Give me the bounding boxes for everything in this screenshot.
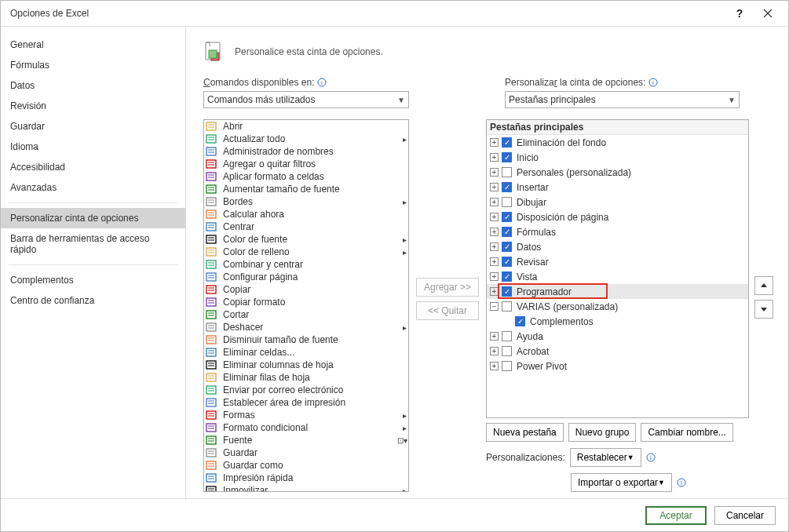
- tree-item[interactable]: + Datos: [487, 239, 748, 254]
- tree-item[interactable]: + Fórmulas: [487, 224, 748, 239]
- checkbox[interactable]: [502, 346, 512, 356]
- tree-item[interactable]: + Inicio: [487, 150, 748, 165]
- checkbox[interactable]: [502, 137, 512, 148]
- commands-from-combo[interactable]: Comandos más utilizados ▼: [203, 91, 409, 108]
- checkbox[interactable]: [502, 257, 512, 267]
- command-item[interactable]: Deshacer ▸: [204, 321, 408, 333]
- command-item[interactable]: Aplicar formato a celdas: [204, 170, 408, 183]
- remove-button[interactable]: << Quitar: [416, 301, 479, 320]
- expander-icon[interactable]: +: [490, 347, 499, 355]
- checkbox[interactable]: [502, 212, 512, 222]
- checkbox[interactable]: [502, 227, 512, 237]
- command-item[interactable]: Abrir: [204, 120, 408, 133]
- expander-icon[interactable]: +: [490, 362, 499, 370]
- expander-icon[interactable]: +: [490, 257, 499, 266]
- command-item[interactable]: Cortar: [204, 308, 408, 321]
- checkbox[interactable]: [502, 301, 512, 312]
- tree-item-child[interactable]: Complementos: [487, 314, 748, 329]
- checkbox[interactable]: [502, 331, 512, 341]
- command-item[interactable]: Impresión rápida: [204, 472, 408, 484]
- expander-icon[interactable]: +: [490, 153, 499, 162]
- command-item[interactable]: Bordes ▸: [204, 195, 408, 208]
- command-item[interactable]: Copiar formato: [204, 296, 408, 308]
- checkbox[interactable]: [502, 167, 512, 177]
- expander-icon[interactable]: +: [490, 272, 499, 281]
- sidebar-item[interactable]: Personalizar cinta de opciones: [1, 208, 185, 228]
- sidebar-item[interactable]: General: [1, 35, 185, 55]
- ribbon-tree[interactable]: Pestañas principales + Eliminación del f…: [486, 119, 749, 418]
- sidebar-item[interactable]: Avanzadas: [1, 177, 185, 198]
- expander-icon[interactable]: +: [490, 138, 499, 147]
- reset-button[interactable]: Restablecer ▼: [570, 448, 641, 467]
- checkbox[interactable]: [502, 182, 512, 192]
- command-item[interactable]: Centrar: [204, 220, 408, 233]
- info-icon[interactable]: i: [677, 478, 686, 487]
- command-item[interactable]: Color de fuente ▸: [204, 233, 408, 246]
- command-item[interactable]: Actualizar todo ▸: [204, 133, 408, 145]
- command-item[interactable]: Aumentar tamaño de fuente: [204, 183, 408, 195]
- command-item[interactable]: Agregar o quitar filtros: [204, 158, 408, 170]
- sidebar-item[interactable]: Centro de confianza: [1, 290, 185, 311]
- command-item[interactable]: Guardar: [204, 446, 408, 459]
- tree-item[interactable]: + Insertar: [487, 180, 748, 195]
- tree-item[interactable]: + Eliminación del fondo: [487, 135, 748, 150]
- expander-icon[interactable]: +: [490, 332, 499, 341]
- sidebar-item[interactable]: Fórmulas: [1, 55, 185, 75]
- tree-item[interactable]: + Disposición de página: [487, 210, 748, 224]
- tree-item[interactable]: + Acrobat: [487, 344, 748, 359]
- command-item[interactable]: Eliminar celdas...: [204, 346, 408, 359]
- help-button[interactable]: ?: [725, 2, 754, 24]
- info-icon[interactable]: i: [646, 453, 656, 462]
- command-item[interactable]: Combinar y centrar: [204, 258, 408, 271]
- command-item[interactable]: Calcular ahora: [204, 208, 408, 220]
- sidebar-item[interactable]: Complementos: [1, 270, 185, 290]
- command-item[interactable]: Eliminar filas de hoja: [204, 371, 408, 384]
- info-icon[interactable]: i: [648, 78, 658, 87]
- sidebar-item[interactable]: Barra de herramientas de acceso rápido: [1, 228, 185, 260]
- command-item[interactable]: Formato condicional ▸: [204, 421, 408, 434]
- checkbox[interactable]: [502, 271, 512, 282]
- sidebar-item[interactable]: Idioma: [1, 137, 185, 157]
- command-item[interactable]: Formas ▸: [204, 409, 408, 421]
- new-group-button[interactable]: Nuevo grupo: [568, 423, 637, 442]
- command-item[interactable]: Administrador de nombres: [204, 145, 408, 158]
- import-export-button[interactable]: Importar o exportar ▼: [571, 473, 672, 492]
- ok-button[interactable]: Aceptar: [645, 506, 707, 525]
- sidebar-item[interactable]: Revisión: [1, 96, 185, 116]
- command-item[interactable]: Enviar por correo electrónico: [204, 384, 408, 396]
- checkbox[interactable]: [502, 361, 512, 371]
- checkbox[interactable]: [515, 316, 525, 326]
- command-item[interactable]: Establecer área de impresión: [204, 396, 408, 409]
- expander-icon[interactable]: +: [490, 228, 499, 236]
- customize-ribbon-combo[interactable]: Pestañas principales ▼: [505, 91, 740, 108]
- tree-item[interactable]: + Power Pivot: [487, 359, 748, 373]
- checkbox[interactable]: [502, 197, 512, 207]
- move-down-button[interactable]: [754, 300, 773, 319]
- sidebar-item[interactable]: Accesibilidad: [1, 157, 185, 177]
- command-item[interactable]: Guardar como: [204, 459, 408, 472]
- info-icon[interactable]: i: [317, 78, 327, 87]
- command-item[interactable]: Copiar: [204, 283, 408, 296]
- expander-icon[interactable]: +: [490, 287, 499, 296]
- new-tab-button[interactable]: Nueva pestaña: [486, 423, 564, 442]
- expander-icon[interactable]: +: [490, 198, 499, 206]
- tree-item[interactable]: + Vista: [487, 269, 748, 284]
- expander-icon[interactable]: +: [490, 168, 499, 177]
- move-up-button[interactable]: [754, 276, 773, 295]
- expander-icon[interactable]: +: [490, 183, 499, 191]
- tree-item[interactable]: − VARIAS (personalizada): [487, 299, 748, 314]
- expander-icon[interactable]: +: [490, 213, 499, 221]
- checkbox[interactable]: [502, 242, 512, 252]
- command-item[interactable]: Color de relleno ▸: [204, 246, 408, 258]
- add-button[interactable]: Agregar >>: [416, 278, 479, 297]
- expander-icon[interactable]: −: [490, 302, 499, 311]
- tree-item[interactable]: + Dibujar: [487, 195, 748, 210]
- expander-icon[interactable]: +: [490, 242, 499, 251]
- command-item[interactable]: Configurar página: [204, 271, 408, 283]
- close-button[interactable]: [754, 2, 782, 24]
- tree-item[interactable]: + Ayuda: [487, 329, 748, 344]
- cancel-button[interactable]: Cancelar: [714, 506, 776, 525]
- sidebar-item[interactable]: Guardar: [1, 116, 185, 137]
- rename-button[interactable]: Cambiar nombre...: [641, 423, 732, 442]
- command-item[interactable]: Inmovilizar ▸: [204, 484, 408, 492]
